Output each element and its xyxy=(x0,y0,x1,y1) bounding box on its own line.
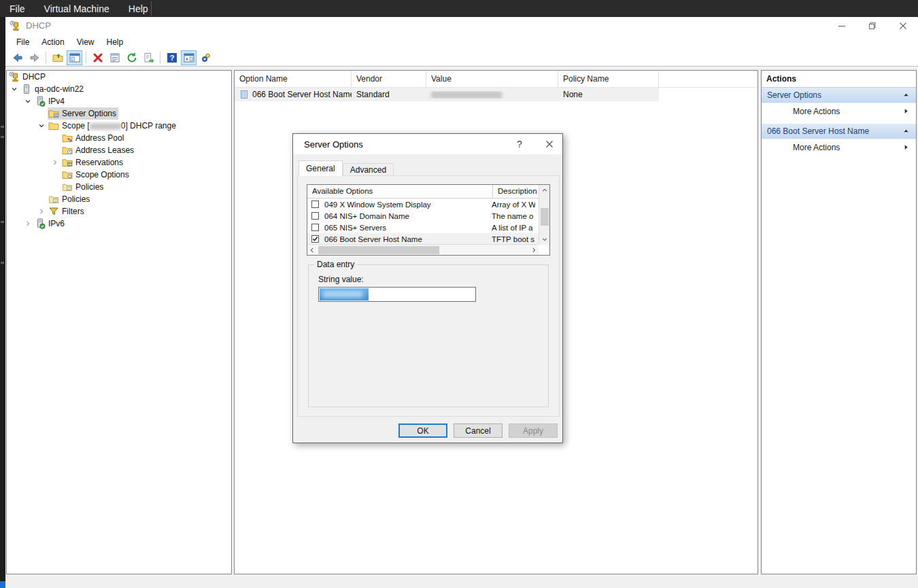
export-folder-icon[interactable] xyxy=(50,50,65,65)
title-bar[interactable]: DHCP xyxy=(5,17,918,34)
scroll-thumb[interactable] xyxy=(541,208,549,226)
chevron-right-icon[interactable] xyxy=(22,218,34,230)
tab-advanced[interactable]: Advanced xyxy=(343,163,394,176)
scroll-thumb[interactable] xyxy=(318,246,439,254)
submenu-arrow-icon xyxy=(903,107,909,116)
vm-sidebar-strip xyxy=(0,17,5,588)
tree-indent xyxy=(8,101,22,102)
horizontal-scrollbar[interactable] xyxy=(307,244,539,255)
checkbox[interactable] xyxy=(311,212,319,220)
tree-item-server-options[interactable]: Server Options xyxy=(7,107,231,120)
tree-item-ipv4[interactable]: IPv4 xyxy=(7,95,231,107)
vm-menu-file[interactable]: File xyxy=(0,0,35,17)
list-row-option[interactable]: 066 Boot Server Host NameStandardNone xyxy=(235,88,659,101)
tree-indent xyxy=(8,199,35,200)
action-item-label: More Actions xyxy=(793,143,840,152)
console-pane-icon[interactable] xyxy=(181,50,197,65)
chevron-down-icon[interactable] xyxy=(22,95,34,107)
back-icon[interactable] xyxy=(10,50,25,65)
delete-icon[interactable] xyxy=(90,50,105,65)
chevron-right-icon[interactable] xyxy=(49,156,61,169)
tree-item-reservations[interactable]: Reservations xyxy=(7,156,231,169)
chevron-right-icon[interactable] xyxy=(35,205,48,218)
checkbox[interactable] xyxy=(311,201,319,208)
column-header-policy-name[interactable]: Policy Name xyxy=(558,71,659,88)
apply-button: Apply xyxy=(509,423,558,438)
minimize-button[interactable] xyxy=(826,17,857,34)
option-description: A list of IP a xyxy=(492,224,535,232)
tree-item-address-pool[interactable]: Address Pool xyxy=(7,132,231,144)
close-button[interactable] xyxy=(887,17,918,34)
tree-item-qa-odc-win22[interactable]: qa-odc-win22 xyxy=(7,83,231,95)
server-icon xyxy=(21,84,32,94)
vm-strip-mark xyxy=(1,126,4,128)
listbox-column-available-options[interactable]: Available Options xyxy=(307,185,493,198)
vm-menu-help[interactable]: Help xyxy=(119,0,158,17)
menu-action[interactable]: Action xyxy=(35,35,70,49)
scroll-down-icon[interactable] xyxy=(539,234,550,244)
menu-help[interactable]: Help xyxy=(101,35,130,49)
tree-node-core: Address Leases xyxy=(61,144,136,156)
tree-node-label: Scope [0] DHCP range xyxy=(62,121,176,131)
ok-button[interactable]: OK xyxy=(398,423,447,438)
scroll-left-icon[interactable] xyxy=(307,245,317,256)
tree-item-address-leases[interactable]: Address Leases xyxy=(7,144,231,156)
cell-vendor: Standard xyxy=(352,90,426,99)
dhcp-root-icon xyxy=(9,71,20,82)
actions-group-header-server-options[interactable]: Server Options xyxy=(762,88,916,103)
dialog-title: Server Options xyxy=(293,139,363,150)
tree-indent xyxy=(8,114,35,114)
string-value-input[interactable] xyxy=(318,287,476,302)
available-options-listbox: Available OptionsDescription 049 X Windo… xyxy=(307,184,550,256)
tree-item-policies[interactable]: Policies xyxy=(7,181,231,193)
toolbar: ? xyxy=(5,50,918,67)
tree-item-filters[interactable]: Filters xyxy=(7,205,231,218)
refresh-icon[interactable] xyxy=(124,50,139,65)
action-item-more-actions[interactable]: More Actions xyxy=(762,139,916,156)
string-value-label: String value: xyxy=(318,275,364,284)
option-row-065[interactable]: 065 NIS+ ServersA list of IP a xyxy=(307,222,549,233)
help-icon[interactable]: ? xyxy=(164,50,180,65)
menu-file[interactable]: File xyxy=(10,35,35,49)
tree-item-policies[interactable]: Policies xyxy=(7,193,231,205)
listbox-column-description[interactable]: Description xyxy=(493,185,540,198)
vm-menu-virtual-machine[interactable]: Virtual Machine xyxy=(35,0,119,17)
console-window-icon[interactable] xyxy=(67,50,82,65)
checkbox[interactable] xyxy=(311,224,319,231)
properties-icon[interactable] xyxy=(107,50,122,65)
forward-icon[interactable] xyxy=(27,50,42,65)
collapse-arrow-icon[interactable] xyxy=(903,126,909,136)
export-list-icon[interactable] xyxy=(141,50,156,65)
gears-icon[interactable] xyxy=(198,50,214,65)
tree-item-dhcp[interactable]: DHCP xyxy=(7,71,231,83)
collapse-arrow-icon[interactable] xyxy=(903,90,909,100)
column-header-value[interactable]: Value xyxy=(426,71,558,88)
option-label: 065 NIS+ Servers xyxy=(324,224,492,232)
cancel-button[interactable]: Cancel xyxy=(454,423,503,438)
action-item-more-actions[interactable]: More Actions xyxy=(762,103,916,120)
chevron-down-icon[interactable] xyxy=(8,83,20,95)
scroll-up-icon[interactable] xyxy=(539,185,550,195)
option-row-066[interactable]: 066 Boot Server Host NameTFTP boot s xyxy=(307,233,549,245)
scroll-right-icon[interactable] xyxy=(529,245,539,256)
option-row-064[interactable]: 064 NIS+ Domain NameThe name o xyxy=(307,210,549,222)
actions-group-header-066-boot-server-host-name[interactable]: 066 Boot Server Host Name xyxy=(762,124,916,139)
tree-indent xyxy=(8,150,49,151)
tab-general[interactable]: General xyxy=(299,160,343,176)
dialog-close-button[interactable] xyxy=(537,134,562,154)
menu-view[interactable]: View xyxy=(71,35,101,49)
column-header-vendor[interactable]: Vendor xyxy=(352,71,426,88)
column-header-option-name[interactable]: Option Name xyxy=(235,71,352,88)
tree-item-scope-[interactable]: Scope [0] DHCP range xyxy=(7,120,231,132)
restore-button[interactable] xyxy=(857,17,887,34)
server-check-icon xyxy=(35,96,46,107)
chevron-down-icon[interactable] xyxy=(35,120,48,132)
tree-item-ipv6[interactable]: IPv6 xyxy=(7,218,231,230)
dialog-help-button[interactable]: ? xyxy=(508,134,531,154)
tree-expander-empty xyxy=(49,169,61,181)
checkbox-checked[interactable] xyxy=(311,235,319,243)
option-name-text: 066 Boot Server Host Name xyxy=(252,90,352,99)
vertical-scrollbar[interactable] xyxy=(539,185,549,244)
option-row-049[interactable]: 049 X Window System DisplayArray of X W xyxy=(307,198,549,210)
tree-item-scope-options[interactable]: Scope Options xyxy=(7,169,231,181)
